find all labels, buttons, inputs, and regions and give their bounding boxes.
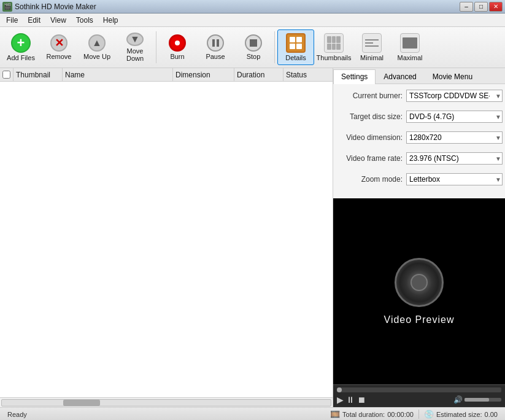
menu-view[interactable]: View bbox=[45, 15, 71, 26]
video-preview-text: Video Preview bbox=[384, 314, 455, 325]
toolbar-separator-2 bbox=[274, 31, 275, 63]
playback-controls: ▶ ⏸ ⏹ 🔊 bbox=[337, 395, 501, 405]
video-frame-rate-row: Video frame rate: 23.976 (NTSC) 29.97 (N… bbox=[336, 152, 503, 165]
zoom-mode-row: Zoom mode: Letterbox Stretch Pan & Scan … bbox=[336, 173, 503, 186]
playback-area: ▶ ⏸ ⏹ 🔊 bbox=[333, 384, 505, 407]
move-up-button[interactable]: ▲ Move Up bbox=[79, 29, 115, 65]
burn-icon bbox=[169, 34, 186, 52]
tab-movie-menu[interactable]: Movie Menu bbox=[425, 69, 480, 84]
seek-thumb[interactable] bbox=[337, 387, 342, 392]
menu-help[interactable]: Help bbox=[98, 15, 123, 26]
settings-body: Current burner: TSSTcorp CDDVDW SE-S084F… bbox=[333, 84, 505, 198]
file-list-body[interactable] bbox=[0, 82, 333, 397]
target-disc-size-row: Target disc size: DVD-5 (4.7G) DVD-9 (8.… bbox=[336, 110, 503, 123]
menu-tools[interactable]: Tools bbox=[71, 15, 98, 26]
seek-bar[interactable] bbox=[337, 387, 501, 392]
file-list-panel: Thumbnail Name Dimension Duration Status bbox=[0, 68, 333, 407]
status-ready-text: Ready bbox=[7, 411, 27, 418]
target-disc-size-select[interactable]: DVD-5 (4.7G) DVD-9 (8.5G) bbox=[406, 111, 503, 123]
zoom-mode-label: Zoom mode: bbox=[336, 175, 406, 184]
film-icon: 🎞️ bbox=[330, 410, 340, 419]
video-preview: Video Preview bbox=[333, 198, 505, 384]
playback-pause-button[interactable]: ⏸ bbox=[346, 395, 355, 405]
minimal-icon bbox=[362, 33, 382, 53]
pause-label: Pause bbox=[206, 53, 225, 60]
status-ready: Ready bbox=[2, 411, 325, 418]
toolbar: + Add Files ✕ Remove ▲ Move Up ▼ Move Do… bbox=[0, 27, 505, 68]
add-files-label: Add Files bbox=[7, 54, 35, 61]
disc-icon: 💿 bbox=[424, 410, 434, 419]
maximal-button[interactable]: Maximal bbox=[391, 29, 428, 65]
horizontal-scrollbar-area bbox=[0, 397, 333, 407]
title-bar: 🎬 Sothink HD Movie Maker – □ ✕ bbox=[0, 0, 505, 14]
horizontal-scrollbar[interactable] bbox=[1, 399, 331, 406]
video-frame-rate-label: Video frame rate: bbox=[336, 154, 406, 163]
video-dimension-select[interactable]: 1280x720 1920x1080 720x480 bbox=[406, 131, 503, 144]
col-name-header: Name bbox=[63, 68, 173, 81]
play-button[interactable]: ▶ bbox=[337, 395, 344, 405]
target-disc-size-label: Target disc size: bbox=[336, 112, 406, 121]
app-title: Sothink HD Movie Maker bbox=[15, 2, 96, 11]
video-frame-rate-select[interactable]: 23.976 (NTSC) 29.97 (NTSC) 25 (PAL) bbox=[406, 152, 503, 165]
col-thumbnail-header: Thumbnail bbox=[13, 68, 63, 81]
maximal-icon bbox=[400, 33, 420, 53]
status-duration: 🎞️ Total duration: 00:00:00 bbox=[325, 410, 419, 419]
estimated-size-value: 0.00 bbox=[485, 411, 498, 418]
thumbnails-icon bbox=[324, 33, 344, 53]
col-status-header: Status bbox=[283, 68, 333, 81]
move-down-label: Move Down bbox=[118, 47, 152, 62]
app-icon: 🎬 bbox=[2, 2, 12, 12]
close-button[interactable]: ✕ bbox=[489, 2, 503, 12]
file-list-header: Thumbnail Name Dimension Duration Status bbox=[0, 68, 333, 82]
volume-icon: 🔊 bbox=[453, 395, 463, 404]
remove-icon: ✕ bbox=[50, 34, 67, 52]
current-burner-row: Current burner: TSSTcorp CDDVDW SE-S084F… bbox=[336, 89, 503, 103]
thumbnails-button[interactable]: Thumbnails bbox=[315, 29, 352, 65]
thumbnails-label: Thumbnails bbox=[317, 54, 352, 61]
pause-button[interactable]: Pause bbox=[197, 29, 234, 65]
menu-edit[interactable]: Edit bbox=[23, 15, 45, 26]
details-icon bbox=[286, 33, 306, 53]
zoom-mode-select[interactable]: Letterbox Stretch Pan & Scan bbox=[406, 173, 503, 185]
current-burner-wrap: TSSTcorp CDDVDW SE-S084F ▼ bbox=[406, 90, 503, 102]
current-burner-label: Current burner: bbox=[336, 91, 406, 100]
volume-fill bbox=[465, 398, 489, 402]
move-down-button[interactable]: ▼ Move Down bbox=[117, 29, 153, 65]
minimal-label: Minimal bbox=[360, 54, 384, 61]
remove-button[interactable]: ✕ Remove bbox=[40, 29, 77, 65]
current-burner-select[interactable]: TSSTcorp CDDVDW SE-S084F bbox=[406, 90, 503, 102]
toolbar-separator-1 bbox=[156, 31, 156, 63]
menu-bar: File Edit View Tools Help bbox=[0, 14, 505, 27]
tab-settings[interactable]: Settings bbox=[333, 69, 376, 84]
minimal-button[interactable]: Minimal bbox=[353, 29, 390, 65]
video-frame-rate-wrap: 23.976 (NTSC) 29.97 (NTSC) 25 (PAL) ▼ bbox=[406, 152, 503, 165]
burn-button[interactable]: Burn bbox=[159, 29, 196, 65]
maximize-button[interactable]: □ bbox=[474, 2, 488, 12]
status-size: 💿 Estimated size: 0.00 bbox=[419, 410, 503, 419]
stop-label: Stop bbox=[247, 53, 261, 60]
playback-stop-button[interactable]: ⏹ bbox=[357, 395, 366, 405]
video-dimension-label: Video dimension: bbox=[336, 133, 406, 142]
stop-icon bbox=[245, 34, 262, 52]
target-disc-size-wrap: DVD-5 (4.7G) DVD-9 (8.5G) ▼ bbox=[406, 111, 503, 123]
col-duration-header: Duration bbox=[234, 68, 283, 81]
pause-icon bbox=[207, 34, 224, 52]
total-duration-label: Total duration: bbox=[342, 411, 385, 418]
add-files-icon: + bbox=[11, 33, 31, 53]
burn-dot bbox=[175, 41, 180, 45]
move-down-icon: ▼ bbox=[126, 33, 144, 46]
stop-button[interactable]: Stop bbox=[235, 29, 272, 65]
burn-label: Burn bbox=[170, 53, 184, 60]
tab-advanced[interactable]: Advanced bbox=[376, 69, 424, 84]
move-up-label: Move Up bbox=[83, 53, 110, 60]
menu-file[interactable]: File bbox=[1, 15, 23, 26]
col-dimension-header: Dimension bbox=[173, 68, 234, 81]
volume-bar[interactable] bbox=[465, 398, 501, 402]
minimize-button[interactable]: – bbox=[460, 2, 473, 12]
scrollbar-thumb[interactable] bbox=[63, 400, 100, 406]
details-label: Details bbox=[285, 54, 306, 61]
settings-tabs: Settings Advanced Movie Menu bbox=[333, 68, 505, 84]
add-files-button[interactable]: + Add Files bbox=[2, 29, 39, 65]
details-button[interactable]: Details bbox=[277, 29, 314, 65]
select-all-checkbox[interactable] bbox=[2, 71, 10, 79]
